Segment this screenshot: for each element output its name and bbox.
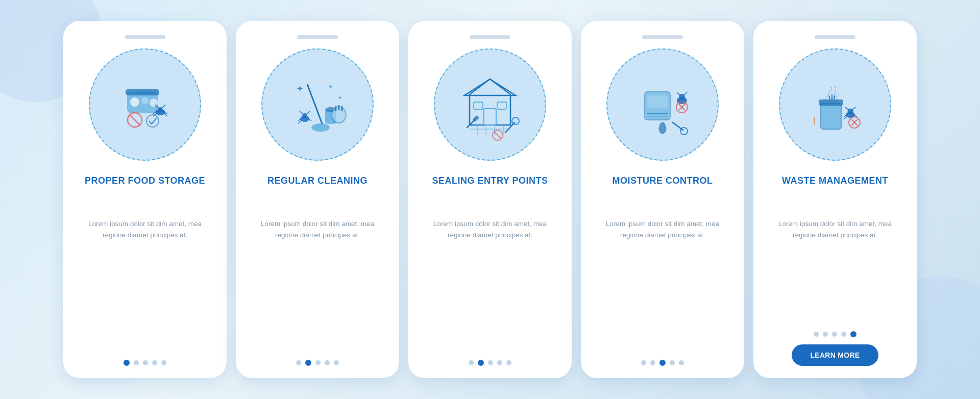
card-2-body: Lorem ipsum dolor sit dim amet, mea regi… bbox=[248, 218, 387, 285]
dot-active bbox=[124, 360, 130, 366]
dot bbox=[315, 360, 321, 365]
dot bbox=[152, 360, 157, 365]
card-4-title: MOISTURE CONTROL bbox=[612, 175, 713, 201]
dot bbox=[497, 360, 502, 365]
dot bbox=[641, 360, 646, 365]
svg-line-65 bbox=[829, 95, 830, 99]
card-5-dots bbox=[814, 322, 856, 337]
svg-text:!: ! bbox=[813, 115, 816, 128]
svg-line-16 bbox=[307, 84, 323, 125]
svg-line-49 bbox=[494, 132, 501, 139]
learn-more-button[interactable]: LEARN MORE bbox=[792, 344, 878, 366]
svg-point-2 bbox=[130, 97, 139, 107]
svg-line-26 bbox=[306, 111, 310, 114]
dot bbox=[823, 332, 828, 337]
dot bbox=[334, 360, 339, 365]
svg-point-15 bbox=[146, 115, 159, 127]
dot bbox=[506, 360, 511, 365]
dot-active bbox=[305, 360, 311, 366]
svg-point-3 bbox=[141, 97, 149, 104]
card-notch bbox=[642, 35, 683, 39]
svg-text:✦: ✦ bbox=[328, 83, 334, 91]
svg-line-58 bbox=[677, 92, 680, 95]
card-illustration-1 bbox=[89, 48, 201, 161]
dot bbox=[650, 360, 655, 365]
svg-line-59 bbox=[683, 92, 687, 95]
card-illustration-3 bbox=[434, 48, 546, 161]
card-notch bbox=[470, 35, 510, 39]
card-moisture-control: MOISTURE CONTROL Lorem ipsum dolor sit d… bbox=[581, 21, 744, 378]
svg-line-25 bbox=[300, 111, 303, 114]
dot bbox=[814, 332, 819, 337]
svg-text:✦: ✦ bbox=[338, 95, 342, 101]
card-waste-management: ! WASTE MANAGEMENT Lorem ipsum dolor sit… bbox=[753, 21, 917, 378]
svg-rect-38 bbox=[497, 102, 506, 109]
card-illustration-2: ✦ ✦ ✦ bbox=[261, 48, 374, 161]
dot bbox=[296, 360, 301, 365]
card-illustration-4 bbox=[606, 48, 719, 161]
svg-line-71 bbox=[852, 107, 855, 110]
card-5-title: WASTE MANAGEMENT bbox=[782, 175, 888, 201]
card-sealing-entry-points: SEALING ENTRY POINTS Lorem ipsum dolor s… bbox=[408, 21, 572, 378]
divider bbox=[76, 210, 214, 210]
dot bbox=[143, 360, 148, 365]
divider bbox=[421, 210, 559, 210]
card-5-body: Lorem ipsum dolor sit dim amet, mea regi… bbox=[766, 218, 904, 270]
dot bbox=[488, 360, 493, 365]
dot-active bbox=[850, 331, 856, 337]
card-notch bbox=[125, 35, 165, 39]
svg-rect-1 bbox=[126, 89, 159, 95]
svg-rect-37 bbox=[474, 102, 483, 109]
card-1-title: PROPER FOOD STORAGE bbox=[85, 175, 205, 201]
svg-rect-64 bbox=[819, 99, 843, 106]
card-3-title: SEALING ENTRY POINTS bbox=[432, 175, 548, 201]
card-3-body: Lorem ipsum dolor sit dim amet, mea regi… bbox=[421, 218, 559, 285]
svg-point-42 bbox=[512, 117, 519, 124]
dot-active bbox=[659, 360, 666, 366]
divider bbox=[593, 210, 732, 210]
card-1-body: Lorem ipsum dolor sit dim amet, mea regi… bbox=[76, 218, 214, 285]
card-2-dots bbox=[296, 351, 339, 366]
svg-line-39 bbox=[467, 120, 475, 128]
card-regular-cleaning: ✦ ✦ ✦ REGULAR CLEANING Lorem ipsum dolor… bbox=[236, 21, 399, 378]
svg-rect-63 bbox=[821, 104, 841, 129]
dot bbox=[325, 360, 330, 365]
card-4-dots bbox=[641, 351, 684, 366]
card-1-dots bbox=[124, 351, 166, 366]
card-3-dots bbox=[469, 351, 511, 366]
dot-active bbox=[478, 360, 484, 366]
svg-text:✦: ✦ bbox=[296, 84, 304, 94]
cards-container: PROPER FOOD STORAGE Lorem ipsum dolor si… bbox=[53, 11, 927, 388]
svg-line-14 bbox=[130, 115, 140, 125]
card-2-title: REGULAR CLEANING bbox=[267, 175, 368, 201]
card-notch bbox=[815, 35, 855, 39]
card-proper-food-storage: PROPER FOOD STORAGE Lorem ipsum dolor si… bbox=[63, 21, 227, 378]
card-notch bbox=[297, 35, 338, 39]
dot bbox=[841, 332, 846, 337]
card-illustration-5: ! bbox=[779, 48, 891, 161]
dot bbox=[134, 360, 139, 365]
card-4-body: Lorem ipsum dolor sit dim amet, mea regi… bbox=[593, 218, 732, 285]
svg-point-17 bbox=[311, 123, 330, 132]
dot bbox=[832, 332, 837, 337]
divider bbox=[248, 210, 387, 210]
dot bbox=[161, 360, 166, 365]
svg-rect-36 bbox=[484, 109, 496, 125]
svg-point-69 bbox=[848, 109, 853, 114]
svg-line-70 bbox=[845, 107, 849, 110]
dot bbox=[670, 360, 675, 365]
divider bbox=[766, 210, 904, 210]
svg-line-67 bbox=[834, 95, 835, 99]
svg-rect-51 bbox=[647, 95, 668, 108]
svg-point-55 bbox=[680, 128, 688, 135]
dot bbox=[679, 360, 684, 365]
svg-line-8 bbox=[162, 105, 165, 108]
dot bbox=[469, 360, 474, 365]
